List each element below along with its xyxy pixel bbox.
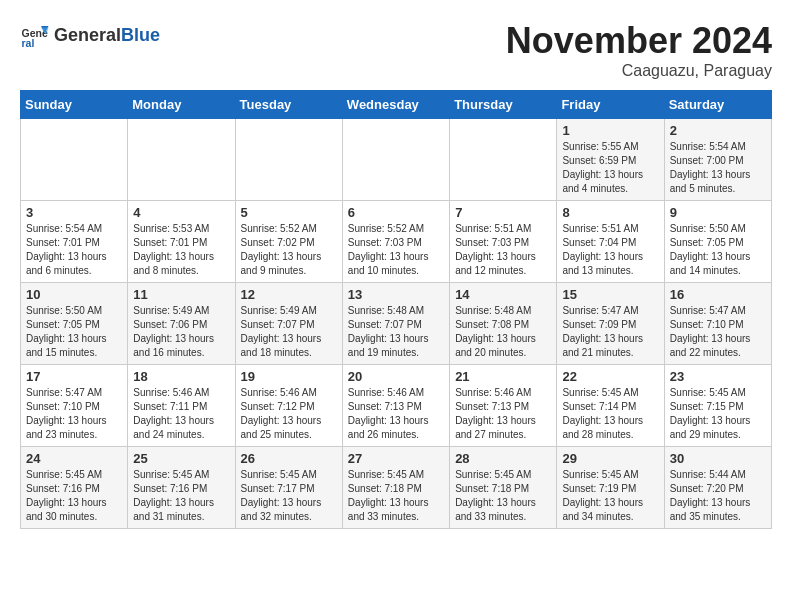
page-header: Gene ral GeneralBlue November 2024 Caagu… xyxy=(20,20,772,80)
day-detail: Sunrise: 5:46 AM Sunset: 7:13 PM Dayligh… xyxy=(455,387,536,440)
day-detail: Sunrise: 5:51 AM Sunset: 7:04 PM Dayligh… xyxy=(562,223,643,276)
day-number: 13 xyxy=(348,287,444,302)
calendar-cell xyxy=(450,119,557,201)
day-number: 29 xyxy=(562,451,658,466)
day-detail: Sunrise: 5:45 AM Sunset: 7:16 PM Dayligh… xyxy=(26,469,107,522)
day-detail: Sunrise: 5:46 AM Sunset: 7:13 PM Dayligh… xyxy=(348,387,429,440)
day-number: 8 xyxy=(562,205,658,220)
calendar-cell: 28Sunrise: 5:45 AM Sunset: 7:18 PM Dayli… xyxy=(450,447,557,529)
day-detail: Sunrise: 5:45 AM Sunset: 7:18 PM Dayligh… xyxy=(455,469,536,522)
day-detail: Sunrise: 5:51 AM Sunset: 7:03 PM Dayligh… xyxy=(455,223,536,276)
day-number: 9 xyxy=(670,205,766,220)
day-number: 26 xyxy=(241,451,337,466)
day-number: 5 xyxy=(241,205,337,220)
day-number: 25 xyxy=(133,451,229,466)
day-detail: Sunrise: 5:50 AM Sunset: 7:05 PM Dayligh… xyxy=(26,305,107,358)
calendar-cell xyxy=(128,119,235,201)
day-detail: Sunrise: 5:45 AM Sunset: 7:15 PM Dayligh… xyxy=(670,387,751,440)
day-detail: Sunrise: 5:47 AM Sunset: 7:09 PM Dayligh… xyxy=(562,305,643,358)
calendar-cell: 1Sunrise: 5:55 AM Sunset: 6:59 PM Daylig… xyxy=(557,119,664,201)
day-number: 23 xyxy=(670,369,766,384)
logo-blue-text: Blue xyxy=(121,25,160,46)
day-number: 10 xyxy=(26,287,122,302)
day-detail: Sunrise: 5:47 AM Sunset: 7:10 PM Dayligh… xyxy=(26,387,107,440)
week-row-4: 17Sunrise: 5:47 AM Sunset: 7:10 PM Dayli… xyxy=(21,365,772,447)
calendar-cell: 4Sunrise: 5:53 AM Sunset: 7:01 PM Daylig… xyxy=(128,201,235,283)
calendar-cell: 10Sunrise: 5:50 AM Sunset: 7:05 PM Dayli… xyxy=(21,283,128,365)
day-number: 14 xyxy=(455,287,551,302)
calendar-cell xyxy=(21,119,128,201)
location-subtitle: Caaguazu, Paraguay xyxy=(506,62,772,80)
calendar-cell: 22Sunrise: 5:45 AM Sunset: 7:14 PM Dayli… xyxy=(557,365,664,447)
day-detail: Sunrise: 5:46 AM Sunset: 7:12 PM Dayligh… xyxy=(241,387,322,440)
day-number: 1 xyxy=(562,123,658,138)
header-monday: Monday xyxy=(128,91,235,119)
day-number: 7 xyxy=(455,205,551,220)
calendar-cell: 3Sunrise: 5:54 AM Sunset: 7:01 PM Daylig… xyxy=(21,201,128,283)
calendar-cell: 5Sunrise: 5:52 AM Sunset: 7:02 PM Daylig… xyxy=(235,201,342,283)
calendar-cell: 11Sunrise: 5:49 AM Sunset: 7:06 PM Dayli… xyxy=(128,283,235,365)
calendar-cell: 2Sunrise: 5:54 AM Sunset: 7:00 PM Daylig… xyxy=(664,119,771,201)
day-number: 4 xyxy=(133,205,229,220)
day-detail: Sunrise: 5:50 AM Sunset: 7:05 PM Dayligh… xyxy=(670,223,751,276)
day-detail: Sunrise: 5:52 AM Sunset: 7:03 PM Dayligh… xyxy=(348,223,429,276)
calendar-cell: 29Sunrise: 5:45 AM Sunset: 7:19 PM Dayli… xyxy=(557,447,664,529)
day-detail: Sunrise: 5:45 AM Sunset: 7:18 PM Dayligh… xyxy=(348,469,429,522)
day-detail: Sunrise: 5:47 AM Sunset: 7:10 PM Dayligh… xyxy=(670,305,751,358)
day-number: 27 xyxy=(348,451,444,466)
day-detail: Sunrise: 5:45 AM Sunset: 7:14 PM Dayligh… xyxy=(562,387,643,440)
day-number: 21 xyxy=(455,369,551,384)
day-number: 12 xyxy=(241,287,337,302)
day-detail: Sunrise: 5:54 AM Sunset: 7:00 PM Dayligh… xyxy=(670,141,751,194)
day-detail: Sunrise: 5:52 AM Sunset: 7:02 PM Dayligh… xyxy=(241,223,322,276)
day-number: 15 xyxy=(562,287,658,302)
calendar-cell: 24Sunrise: 5:45 AM Sunset: 7:16 PM Dayli… xyxy=(21,447,128,529)
day-number: 18 xyxy=(133,369,229,384)
header-thursday: Thursday xyxy=(450,91,557,119)
day-detail: Sunrise: 5:48 AM Sunset: 7:08 PM Dayligh… xyxy=(455,305,536,358)
header-sunday: Sunday xyxy=(21,91,128,119)
week-row-2: 3Sunrise: 5:54 AM Sunset: 7:01 PM Daylig… xyxy=(21,201,772,283)
calendar-cell: 16Sunrise: 5:47 AM Sunset: 7:10 PM Dayli… xyxy=(664,283,771,365)
calendar-cell: 8Sunrise: 5:51 AM Sunset: 7:04 PM Daylig… xyxy=(557,201,664,283)
calendar-header-row: SundayMondayTuesdayWednesdayThursdayFrid… xyxy=(21,91,772,119)
day-detail: Sunrise: 5:53 AM Sunset: 7:01 PM Dayligh… xyxy=(133,223,214,276)
day-number: 20 xyxy=(348,369,444,384)
calendar-cell: 17Sunrise: 5:47 AM Sunset: 7:10 PM Dayli… xyxy=(21,365,128,447)
calendar-cell xyxy=(342,119,449,201)
day-detail: Sunrise: 5:49 AM Sunset: 7:06 PM Dayligh… xyxy=(133,305,214,358)
svg-text:ral: ral xyxy=(22,37,35,49)
day-detail: Sunrise: 5:48 AM Sunset: 7:07 PM Dayligh… xyxy=(348,305,429,358)
header-wednesday: Wednesday xyxy=(342,91,449,119)
day-number: 17 xyxy=(26,369,122,384)
calendar-title: November 2024 xyxy=(506,20,772,62)
day-number: 22 xyxy=(562,369,658,384)
calendar-cell: 13Sunrise: 5:48 AM Sunset: 7:07 PM Dayli… xyxy=(342,283,449,365)
calendar-cell: 26Sunrise: 5:45 AM Sunset: 7:17 PM Dayli… xyxy=(235,447,342,529)
calendar-cell: 30Sunrise: 5:44 AM Sunset: 7:20 PM Dayli… xyxy=(664,447,771,529)
calendar-cell: 7Sunrise: 5:51 AM Sunset: 7:03 PM Daylig… xyxy=(450,201,557,283)
day-number: 16 xyxy=(670,287,766,302)
calendar-cell: 23Sunrise: 5:45 AM Sunset: 7:15 PM Dayli… xyxy=(664,365,771,447)
calendar-cell: 14Sunrise: 5:48 AM Sunset: 7:08 PM Dayli… xyxy=(450,283,557,365)
day-detail: Sunrise: 5:45 AM Sunset: 7:17 PM Dayligh… xyxy=(241,469,322,522)
day-detail: Sunrise: 5:44 AM Sunset: 7:20 PM Dayligh… xyxy=(670,469,751,522)
logo-icon: Gene ral xyxy=(20,20,50,50)
week-row-3: 10Sunrise: 5:50 AM Sunset: 7:05 PM Dayli… xyxy=(21,283,772,365)
calendar-cell xyxy=(235,119,342,201)
logo: Gene ral GeneralBlue xyxy=(20,20,160,50)
day-number: 28 xyxy=(455,451,551,466)
calendar-cell: 18Sunrise: 5:46 AM Sunset: 7:11 PM Dayli… xyxy=(128,365,235,447)
day-detail: Sunrise: 5:54 AM Sunset: 7:01 PM Dayligh… xyxy=(26,223,107,276)
day-detail: Sunrise: 5:45 AM Sunset: 7:16 PM Dayligh… xyxy=(133,469,214,522)
day-detail: Sunrise: 5:49 AM Sunset: 7:07 PM Dayligh… xyxy=(241,305,322,358)
day-number: 11 xyxy=(133,287,229,302)
day-number: 6 xyxy=(348,205,444,220)
calendar-cell: 15Sunrise: 5:47 AM Sunset: 7:09 PM Dayli… xyxy=(557,283,664,365)
header-friday: Friday xyxy=(557,91,664,119)
week-row-5: 24Sunrise: 5:45 AM Sunset: 7:16 PM Dayli… xyxy=(21,447,772,529)
calendar-cell: 21Sunrise: 5:46 AM Sunset: 7:13 PM Dayli… xyxy=(450,365,557,447)
header-saturday: Saturday xyxy=(664,91,771,119)
day-number: 3 xyxy=(26,205,122,220)
calendar-cell: 12Sunrise: 5:49 AM Sunset: 7:07 PM Dayli… xyxy=(235,283,342,365)
